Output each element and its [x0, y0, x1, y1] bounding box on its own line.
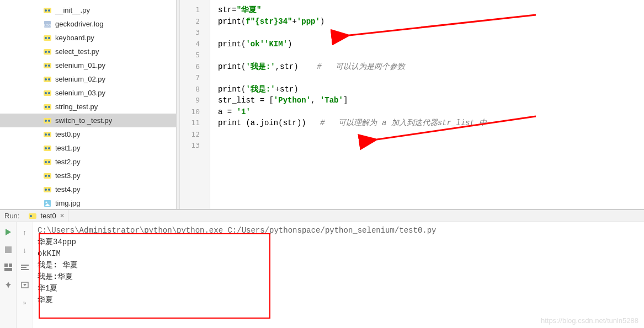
close-icon[interactable]: ✕ — [60, 212, 65, 219]
code-line-1[interactable]: str="华夏" — [218, 4, 644, 16]
rerun-button[interactable] — [3, 227, 14, 238]
file-item-timg-jpg[interactable]: timg.jpg — [0, 196, 176, 209]
down-arrow-icon[interactable]: ↓ — [19, 244, 30, 255]
img-file-icon — [43, 199, 52, 208]
py-file-icon — [43, 171, 52, 180]
code-line-8[interactable]: print('我是:'+str) — [218, 84, 644, 95]
svg-point-6 — [45, 37, 47, 39]
scroll-icon[interactable] — [19, 279, 30, 291]
file-item-selenium-02-py[interactable]: selenium_02.py — [0, 72, 176, 86]
file-item-test0-py[interactable]: test0.py — [0, 127, 176, 141]
svg-point-12 — [45, 64, 47, 67]
file-item-string-test-py[interactable]: string_test.py — [0, 100, 176, 114]
code-line-7[interactable] — [218, 72, 644, 84]
file-name-label: selenium_01.py — [55, 61, 105, 69]
console-line: 我是: 华夏 — [38, 260, 640, 271]
line-number: 10 — [180, 106, 200, 118]
svg-point-1 — [45, 9, 47, 12]
file-name-label: selenium_03.py — [55, 89, 105, 97]
svg-point-24 — [45, 120, 47, 122]
svg-point-33 — [45, 161, 47, 163]
console-output[interactable]: C:\Users\Administrator\python\python.exe… — [33, 222, 644, 328]
file-name-label: test1.py — [55, 144, 81, 152]
line-number: 5 — [180, 50, 200, 61]
file-name-label: __init__.py — [55, 6, 90, 14]
file-name-label: test2.py — [55, 158, 81, 166]
svg-rect-51 — [5, 246, 12, 253]
svg-point-36 — [45, 175, 47, 177]
py-file-icon — [43, 75, 52, 84]
run-tab-test0[interactable]: test0 ✕ — [25, 210, 68, 222]
file-item-switch-to--test-py[interactable]: switch_to _test.py — [0, 114, 176, 127]
svg-marker-50 — [6, 229, 11, 235]
svg-point-22 — [48, 106, 50, 108]
svg-point-37 — [48, 175, 50, 177]
svg-marker-59 — [23, 284, 26, 286]
svg-point-27 — [45, 133, 47, 136]
svg-rect-52 — [4, 264, 8, 267]
file-name-label: switch_to _test.py — [55, 116, 112, 125]
svg-point-10 — [48, 51, 50, 53]
py-file-icon — [43, 144, 52, 153]
svg-point-40 — [48, 189, 50, 191]
file-item-test1-py[interactable]: test1.py — [0, 141, 176, 155]
layout-button[interactable] — [3, 262, 14, 273]
file-name-label: string_test.py — [55, 103, 98, 111]
log-file-icon: LOG — [43, 20, 52, 29]
file-name-label: keyboard.py — [55, 34, 94, 42]
py-file-icon — [43, 34, 52, 42]
code-line-5[interactable] — [218, 50, 644, 61]
file-item-test3-py[interactable]: test3.py — [0, 169, 176, 182]
more-icon[interactable]: » — [19, 297, 30, 308]
code-line-13[interactable] — [218, 140, 644, 152]
editor-content[interactable]: str="华夏"print(f"{str}34"+'ppp')print('ok… — [210, 0, 644, 209]
code-line-6[interactable]: print('我是:',str) # 可以认为是两个参数 — [218, 61, 644, 73]
line-number: 9 — [180, 95, 200, 106]
console-line: 华1夏 — [38, 283, 640, 294]
file-item-test2-py[interactable]: test2.py — [0, 155, 176, 169]
up-arrow-icon[interactable]: ↑ — [19, 227, 30, 238]
py-file-icon — [43, 185, 52, 194]
svg-point-39 — [45, 189, 47, 191]
code-editor[interactable]: 12345678910111213 str="华夏"print(f"{str}3… — [180, 0, 644, 209]
run-toolbar-primary — [0, 222, 17, 328]
project-file-tree[interactable]: __init__.pyLOGgeckodriver.logkeyboard.py… — [0, 0, 177, 209]
file-item-selenium-01-py[interactable]: selenium_01.py — [0, 58, 176, 72]
console-line: C:\Users\Administrator\python\python.exe… — [38, 225, 640, 236]
svg-point-34 — [48, 161, 50, 163]
stop-button[interactable] — [3, 244, 14, 255]
pin-button[interactable] — [3, 279, 14, 291]
file-item-test4-py[interactable]: test4.py — [0, 182, 176, 196]
line-number: 8 — [180, 84, 200, 95]
file-name-label: selenium_02.py — [55, 75, 105, 83]
code-line-12[interactable] — [218, 129, 644, 141]
wrap-icon[interactable] — [19, 262, 30, 273]
svg-point-19 — [48, 92, 50, 94]
run-header: Run: test0 ✕ — [0, 210, 644, 222]
line-number: 4 — [180, 39, 200, 50]
console-line: 我是:华夏 — [38, 271, 640, 283]
code-line-11[interactable]: print (a.join(str)) # 可以理解为 a 加入到迭代器str_… — [218, 117, 644, 129]
svg-point-2 — [48, 9, 50, 12]
code-line-4[interactable]: print('ok''KIM') — [218, 39, 644, 50]
svg-point-7 — [48, 37, 50, 39]
py-file-icon — [43, 47, 52, 56]
file-item-selenium-03-py[interactable]: selenium_03.py — [0, 86, 176, 100]
file-item---init---py[interactable]: __init__.py — [0, 3, 176, 17]
svg-point-16 — [48, 78, 50, 80]
code-line-2[interactable]: print(f"{str}34"+'ppp') — [218, 16, 644, 28]
file-name-label: geckodriver.log — [55, 20, 103, 28]
svg-rect-53 — [9, 264, 12, 267]
code-line-3[interactable] — [218, 27, 644, 39]
code-line-10[interactable]: a = '1' — [218, 106, 644, 118]
run-label: Run: — [4, 212, 19, 220]
run-tab-label: test0 — [40, 212, 56, 220]
code-line-9[interactable]: str_list = ['Python', 'Tab'] — [218, 95, 644, 106]
file-item-keyboard-py[interactable]: keyboard.py — [0, 31, 176, 45]
line-number: 12 — [180, 129, 200, 141]
line-number: 7 — [180, 72, 200, 84]
console-line: 华夏34ppp — [38, 236, 640, 248]
file-item-geckodriver-log[interactable]: LOGgeckodriver.log — [0, 17, 176, 31]
file-item-select-test-py[interactable]: select_test.py — [0, 45, 176, 58]
svg-point-9 — [45, 51, 47, 53]
